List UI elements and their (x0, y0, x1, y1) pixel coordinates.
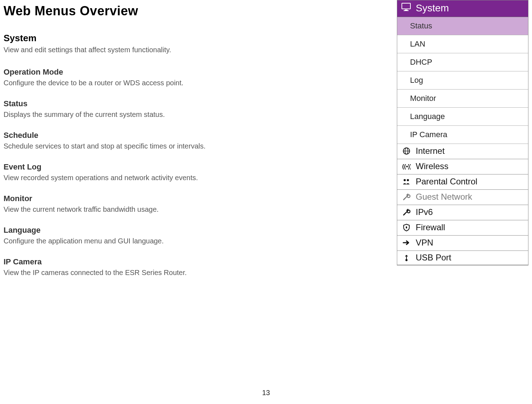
category-item-guest-network[interactable]: Guest Network (397, 190, 528, 205)
section-title-system: System (4, 33, 390, 44)
menu-panel: System Status LAN DHCP Log Monitor Langu… (397, 0, 528, 265)
category-label: IPv6 (416, 207, 433, 217)
category-label: VPN (416, 238, 433, 248)
submenu-label: Status (410, 21, 432, 30)
wrench-icon (401, 208, 411, 216)
item-desc-language: Configure the application menu and GUI l… (4, 237, 390, 245)
item-desc-operation-mode: Configure the device to be a router or W… (4, 79, 390, 87)
item-title-monitor: Monitor (4, 194, 390, 203)
category-item-internet[interactable]: Internet (397, 144, 528, 159)
arrow-icon (401, 239, 411, 246)
item-title-status: Status (4, 99, 390, 108)
wrench-icon (401, 193, 411, 201)
item-desc-ip-camera: View the IP cameras connected to the ESR… (4, 269, 390, 277)
menu-screenshot: System Status LAN DHCP Log Monitor Langu… (397, 0, 532, 404)
submenu-item-log[interactable]: Log (397, 71, 528, 90)
category-label: Firewall (416, 222, 445, 232)
page-title: Web Menus Overview (4, 4, 390, 18)
item-desc-status: Displays the summary of the current syst… (4, 111, 390, 119)
svg-point-8 (407, 179, 409, 181)
menu-header-system[interactable]: System (397, 0, 528, 17)
category-label: USB Port (416, 253, 451, 263)
submenu-label: Monitor (410, 94, 436, 103)
section-desc-system: View and edit settings that affect syste… (4, 46, 390, 54)
page-number: 13 (262, 389, 270, 397)
svg-rect-2 (404, 10, 409, 11)
item-desc-schedule: Schedule services to start and stop at s… (4, 142, 390, 150)
submenu-label: Language (410, 112, 445, 121)
item-desc-event-log: View recorded system operations and netw… (4, 174, 390, 182)
item-desc-monitor: View the current network traffic bandwid… (4, 205, 390, 214)
category-label: Parental Control (416, 177, 477, 187)
submenu-item-status[interactable]: Status (397, 17, 528, 35)
shield-icon (401, 223, 411, 231)
submenu-item-ip-camera[interactable]: IP Camera (397, 126, 528, 144)
globe-icon (401, 147, 411, 155)
content-column: Web Menus Overview System View and edit … (0, 0, 397, 404)
people-icon (401, 178, 411, 185)
menu-header-label: System (416, 2, 449, 14)
svg-rect-0 (402, 3, 410, 9)
submenu-label: Log (410, 76, 423, 85)
category-item-usb-port[interactable]: USB Port (397, 251, 528, 265)
submenu-item-monitor[interactable]: Monitor (397, 90, 528, 108)
submenu-label: LAN (410, 39, 425, 48)
category-item-parental-control[interactable]: Parental Control (397, 174, 528, 190)
category-label: Guest Network (416, 192, 472, 202)
submenu-item-dhcp[interactable]: DHCP (397, 53, 528, 71)
item-title-ip-camera: IP Camera (4, 257, 390, 266)
submenu-label: IP Camera (410, 130, 447, 139)
item-title-schedule: Schedule (4, 131, 390, 140)
category-item-wireless[interactable]: ((•)) Wireless (397, 159, 528, 174)
svg-rect-1 (405, 10, 408, 10)
monitor-icon (401, 2, 411, 14)
submenu-item-language[interactable]: Language (397, 108, 528, 126)
usb-icon (401, 254, 411, 262)
item-title-operation-mode: Operation Mode (4, 68, 390, 77)
category-item-ipv6[interactable]: IPv6 (397, 205, 528, 220)
category-item-vpn[interactable]: VPN (397, 236, 528, 251)
svg-text:((•)): ((•)) (402, 163, 411, 169)
submenu-label: DHCP (410, 58, 432, 66)
svg-point-7 (404, 179, 406, 181)
category-label: Wireless (416, 161, 448, 171)
submenu-item-lan[interactable]: LAN (397, 35, 528, 53)
item-title-language: Language (4, 226, 390, 235)
category-label: Internet (416, 146, 445, 156)
category-item-firewall[interactable]: Firewall (397, 220, 528, 236)
item-title-event-log: Event Log (4, 162, 390, 172)
wifi-icon: ((•)) (401, 163, 411, 170)
